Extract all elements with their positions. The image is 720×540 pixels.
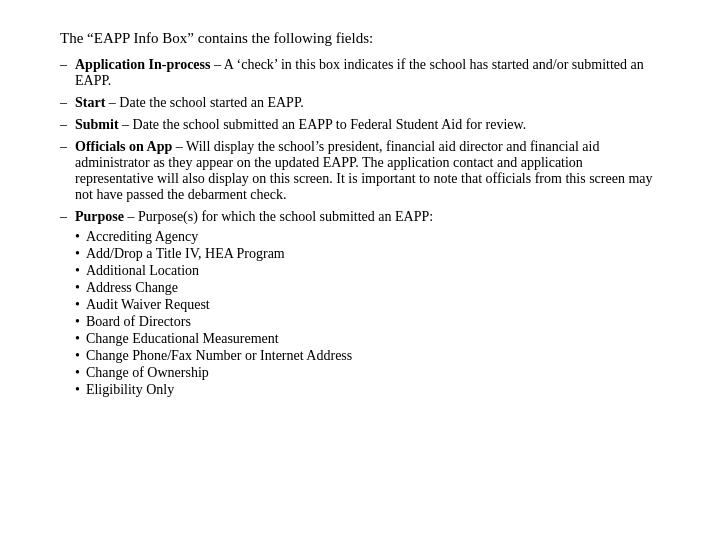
sub-item-text: Address Change bbox=[86, 280, 178, 296]
dash-icon: – bbox=[60, 209, 67, 225]
sub-list-item: •Additional Location bbox=[75, 263, 660, 279]
sub-list-item: •Audit Waiver Request bbox=[75, 297, 660, 313]
sub-item-text: Audit Waiver Request bbox=[86, 297, 210, 313]
bullet-dot-icon: • bbox=[75, 348, 80, 364]
dash-icon: – bbox=[60, 139, 67, 155]
sub-list-item: •Change Educational Measurement bbox=[75, 331, 660, 347]
list-item-purpose: –Purpose – Purpose(s) for which the scho… bbox=[60, 209, 660, 399]
sub-list-item: •Add/Drop a Title IV, HEA Program bbox=[75, 246, 660, 262]
sub-list-item: •Eligibility Only bbox=[75, 382, 660, 398]
main-list: –Application In-process – A ‘check’ in t… bbox=[60, 57, 660, 399]
page-title: The “EAPP Info Box” contains the followi… bbox=[60, 30, 660, 47]
item-bold-officials-on-app: Officials on App bbox=[75, 139, 172, 154]
sub-item-text: Additional Location bbox=[86, 263, 199, 279]
sub-item-text: Add/Drop a Title IV, HEA Program bbox=[86, 246, 285, 262]
item-content-start: Start – Date the school started an EAPP. bbox=[75, 95, 660, 111]
item-content-purpose: Purpose – Purpose(s) for which the schoo… bbox=[75, 209, 660, 399]
item-content-officials-on-app: Officials on App – Will display the scho… bbox=[75, 139, 660, 203]
sub-list-item: •Change of Ownership bbox=[75, 365, 660, 381]
bullet-dot-icon: • bbox=[75, 365, 80, 381]
dash-icon: – bbox=[60, 95, 67, 111]
dash-icon: – bbox=[60, 117, 67, 133]
item-text-purpose: – Purpose(s) for which the school submit… bbox=[124, 209, 433, 224]
item-text-start: – Date the school started an EAPP. bbox=[105, 95, 303, 110]
list-item-submit: –Submit – Date the school submitted an E… bbox=[60, 117, 660, 133]
bullet-dot-icon: • bbox=[75, 297, 80, 313]
sub-list-item: •Address Change bbox=[75, 280, 660, 296]
item-text-submit: – Date the school submitted an EAPP to F… bbox=[119, 117, 527, 132]
sub-item-text: Accrediting Agency bbox=[86, 229, 198, 245]
sub-list-purpose: •Accrediting Agency•Add/Drop a Title IV,… bbox=[75, 229, 660, 398]
sub-item-text: Change Educational Measurement bbox=[86, 331, 279, 347]
list-item-officials-on-app: –Officials on App – Will display the sch… bbox=[60, 139, 660, 203]
bullet-dot-icon: • bbox=[75, 229, 80, 245]
sub-list-item: •Accrediting Agency bbox=[75, 229, 660, 245]
bullet-dot-icon: • bbox=[75, 314, 80, 330]
item-bold-start: Start bbox=[75, 95, 105, 110]
sub-list-item: •Change Phone/Fax Number or Internet Add… bbox=[75, 348, 660, 364]
dash-icon: – bbox=[60, 57, 67, 73]
bullet-dot-icon: • bbox=[75, 263, 80, 279]
bullet-dot-icon: • bbox=[75, 331, 80, 347]
sub-item-text: Change Phone/Fax Number or Internet Addr… bbox=[86, 348, 352, 364]
sub-list-item: •Board of Directors bbox=[75, 314, 660, 330]
list-item-start: –Start – Date the school started an EAPP… bbox=[60, 95, 660, 111]
page-container: The “EAPP Info Box” contains the followi… bbox=[0, 0, 720, 435]
item-bold-application-in-process: Application In-process bbox=[75, 57, 210, 72]
item-bold-submit: Submit bbox=[75, 117, 119, 132]
item-content-application-in-process: Application In-process – A ‘check’ in th… bbox=[75, 57, 660, 89]
item-bold-purpose: Purpose bbox=[75, 209, 124, 224]
sub-item-text: Change of Ownership bbox=[86, 365, 209, 381]
list-item-application-in-process: –Application In-process – A ‘check’ in t… bbox=[60, 57, 660, 89]
bullet-dot-icon: • bbox=[75, 246, 80, 262]
bullet-dot-icon: • bbox=[75, 382, 80, 398]
bullet-dot-icon: • bbox=[75, 280, 80, 296]
item-content-submit: Submit – Date the school submitted an EA… bbox=[75, 117, 660, 133]
sub-item-text: Board of Directors bbox=[86, 314, 191, 330]
sub-item-text: Eligibility Only bbox=[86, 382, 174, 398]
